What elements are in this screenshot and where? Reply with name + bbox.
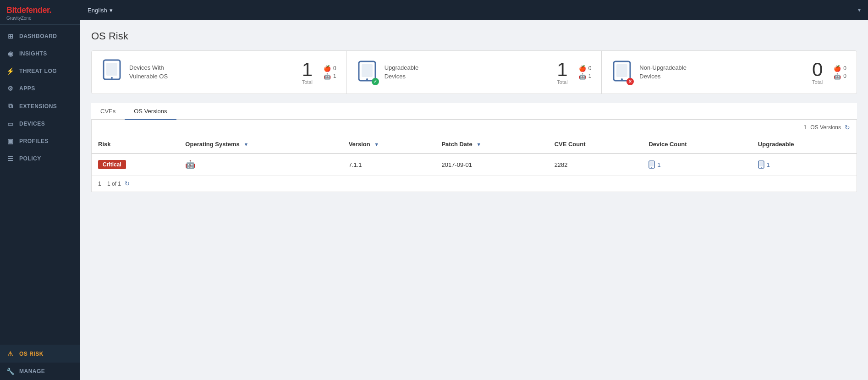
topbar-dropdown[interactable]: ▾ [858, 7, 861, 13]
os-versions-table: Risk Operating Systems ▼ Version ▼ Patch… [92, 135, 857, 176]
insights-icon: ◉ [6, 50, 15, 57]
os-filter-icon[interactable]: ▼ [243, 142, 248, 147]
sidebar-item-label: Threat Log [19, 68, 57, 74]
sidebar-item-manage[interactable]: 🔧 Manage [0, 363, 80, 380]
non-upgradeable-total-label: Total [812, 79, 823, 85]
vulnerable-os-android-count: 1 [333, 73, 336, 79]
upgradeable-link[interactable]: 1 [758, 160, 850, 169]
sidebar-item-label: Extensions [19, 103, 57, 110]
tab-os-versions[interactable]: OS Versions [125, 103, 176, 120]
pagination: 1 – 1 of 1 ↻ [92, 176, 857, 192]
extensions-icon: ⧉ [6, 102, 15, 110]
svg-rect-7 [616, 64, 627, 77]
android-icon-3: 🤖 [834, 73, 841, 80]
non-upgradeable-icon: ✕ [612, 61, 632, 84]
sidebar-item-devices[interactable]: ▭ Devices [0, 115, 80, 132]
android-os-icon: 🤖 [185, 160, 195, 169]
device-count-value[interactable]: 1 [657, 161, 660, 168]
android-icon-2: 🤖 [579, 73, 586, 80]
vulnerable-os-label: Devices With Vulnerable OS [129, 64, 180, 80]
col-risk: Risk [92, 135, 179, 154]
sidebar-item-extensions[interactable]: ⧉ Extensions [0, 97, 80, 115]
card-non-upgradeable: ✕ Non-Upgradeable Devices 0 Total 🍎 0 🤖 … [602, 51, 857, 94]
vulnerable-os-breakdown: 🍎 0 🤖 1 [324, 65, 336, 80]
sidebar-item-dashboard[interactable]: ⊞ Dashboard [0, 28, 80, 45]
sidebar-item-os-risk[interactable]: ⚠ OS Risk [0, 345, 80, 363]
language-dropdown-icon: ▾ [110, 7, 113, 14]
upgradeable-breakdown: 🍎 0 🤖 1 [579, 65, 592, 80]
threat-log-icon: ⚡ [6, 67, 15, 75]
brand-logo: Bitdefender. [6, 6, 74, 15]
sidebar-logo: Bitdefender. GravityZone [0, 0, 80, 25]
table-area: 1 OS Versions ↻ Risk Operating Systems ▼ [91, 120, 857, 192]
patch-date-filter-icon[interactable]: ▼ [476, 142, 481, 147]
sidebar-item-profiles[interactable]: ▣ Profiles [0, 132, 80, 150]
vulnerable-os-total: 1 [302, 60, 313, 79]
col-cve-count: CVE Count [548, 135, 643, 154]
android-icon: 🤖 [324, 73, 331, 80]
sidebar-nav: ⊞ Dashboard ◉ Insights ⚡ Threat Log ⚙ Ap… [0, 25, 80, 345]
svg-point-2 [111, 77, 113, 79]
sidebar-bottom: ⚠ OS Risk 🔧 Manage [0, 345, 80, 380]
pagination-refresh-icon[interactable]: ↻ [125, 180, 130, 187]
ios-icon-2: 🍎 [579, 65, 586, 72]
product-name: GravityZone [6, 16, 74, 21]
sidebar-item-label: Devices [19, 121, 45, 127]
svg-rect-13 [759, 162, 763, 166]
sidebar-item-insights[interactable]: ◉ Insights [0, 45, 80, 62]
card-vulnerable-os: Devices With Vulnerable OS 1 Total 🍎 0 🤖… [92, 51, 347, 94]
svg-point-14 [761, 167, 762, 168]
cell-risk: Critical [92, 154, 179, 176]
summary-cards: Devices With Vulnerable OS 1 Total 🍎 0 🤖… [91, 50, 857, 94]
page-title: OS Risk [91, 30, 857, 42]
sidebar-item-policy[interactable]: ☰ Policy [0, 150, 80, 167]
upgradeable-value[interactable]: 1 [767, 161, 770, 168]
col-patch-date: Patch Date ▼ [435, 135, 548, 154]
device-count-icon [648, 160, 655, 169]
col-upgradeable: Upgradeable [752, 135, 857, 154]
devices-icon: ▭ [6, 120, 15, 127]
non-upgradeable-android-count: 0 [843, 73, 846, 79]
refresh-icon[interactable]: ↻ [845, 124, 850, 131]
table-toolbar: 1 OS Versions ↻ [92, 120, 857, 135]
version-filter-icon[interactable]: ▼ [374, 142, 379, 147]
versions-label: OS Versions [810, 124, 841, 131]
sidebar-item-label: Profiles [19, 138, 49, 144]
tabs: CVEs OS Versions [91, 103, 857, 120]
sidebar-item-label: Policy [19, 155, 41, 162]
col-version: Version ▼ [342, 135, 435, 154]
cell-cve-count: 2282 [548, 154, 643, 176]
sidebar-item-threat-log[interactable]: ⚡ Threat Log [0, 62, 80, 80]
manage-icon: 🔧 [6, 368, 15, 375]
non-upgradeable-breakdown: 🍎 0 🤖 0 [834, 65, 846, 80]
cell-patch-date: 2017-09-01 [435, 154, 548, 176]
svg-rect-1 [106, 63, 117, 76]
table-header-row: Risk Operating Systems ▼ Version ▼ Patch… [92, 135, 857, 154]
topbar: English ▾ ▾ [80, 0, 868, 20]
col-device-count: Device Count [642, 135, 751, 154]
sidebar-item-label: Dashboard [19, 33, 57, 39]
cell-upgradeable: 1 [752, 154, 857, 176]
tab-cves[interactable]: CVEs [91, 103, 125, 120]
non-upgradeable-ios-count: 0 [843, 65, 846, 72]
upgradeable-cell-icon [758, 160, 764, 169]
col-operating-systems: Operating Systems ▼ [179, 135, 342, 154]
upgradeable-total-label: Total [557, 79, 567, 85]
upgradeable-ios-count: 0 [588, 65, 592, 72]
svg-point-11 [651, 167, 652, 168]
upgradeable-icon: ✓ [357, 61, 377, 84]
card-upgradeable: ✓ Upgradeable Devices 1 Total 🍎 0 🤖 1 [347, 51, 602, 94]
non-upgradeable-total: 0 [812, 60, 823, 79]
table-row: Critical 🤖 7.1.1 2017-09-01 2282 [92, 154, 857, 176]
svg-point-5 [366, 78, 368, 80]
vulnerable-os-ios-count: 0 [333, 65, 336, 72]
sidebar-item-apps[interactable]: ⚙ Apps [0, 80, 80, 97]
sidebar-item-label: OS Risk [19, 351, 44, 357]
cell-version: 7.1.1 [342, 154, 435, 176]
upgradeable-android-count: 1 [588, 73, 592, 79]
cell-device-count: 1 [642, 154, 751, 176]
cell-os: 🤖 [179, 154, 342, 176]
language-selector[interactable]: English ▾ [88, 7, 113, 14]
sidebar: Bitdefender. GravityZone ⊞ Dashboard ◉ I… [0, 0, 80, 380]
device-count-link[interactable]: 1 [648, 160, 745, 169]
